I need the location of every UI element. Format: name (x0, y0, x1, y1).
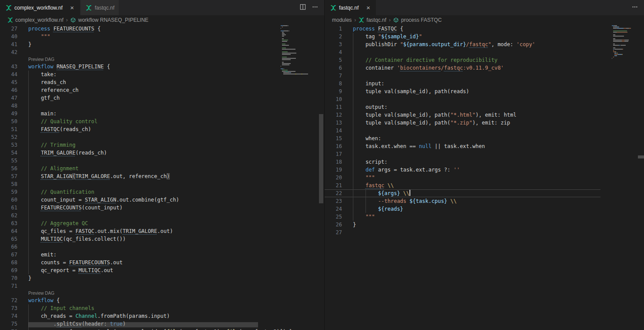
code-line[interactable]: 18 script: (325, 158, 600, 166)
more-actions-button[interactable] (631, 4, 639, 12)
code-line[interactable]: 51 FASTQC(reads_ch) (0, 125, 281, 133)
code-line[interactable]: 66 (0, 243, 281, 251)
code-line[interactable]: 23 --threads ${task.cpus} \\ (325, 197, 600, 205)
code-line[interactable]: 4 (325, 48, 600, 56)
split-editor-button[interactable] (299, 4, 307, 12)
code-line[interactable]: 16 task.ext.when == null || task.ext.whe… (325, 142, 600, 150)
token: // Quality control (28, 118, 97, 125)
breadcrumb-item[interactable]: fastqc.nf (359, 17, 386, 23)
line-number: 66 (0, 243, 17, 251)
code-line[interactable]: 11 output: (325, 103, 600, 111)
code-line[interactable]: 26} (325, 221, 600, 229)
code-line[interactable]: 10 (325, 95, 600, 103)
code-line[interactable]: 2 tag "${sample_id}" (325, 33, 600, 40)
code-line[interactable]: 60 count_input = STAR_ALIGN.out.combine(… (0, 196, 281, 204)
code-text: } (342, 221, 600, 229)
code-line[interactable]: 67 emit: (0, 251, 281, 259)
close-icon[interactable]: × (69, 4, 76, 11)
code-line[interactable]: 42 (0, 48, 281, 56)
code-line[interactable]: 5 // Container directive for reproducibi… (325, 56, 600, 64)
horizontal-scrollbar[interactable] (0, 322, 281, 330)
code-line[interactable]: 69 qc_report = MULTIQC.out (0, 266, 281, 274)
code-line[interactable]: 9 tuple val(sample_id), path(reads) (325, 88, 600, 95)
minimap[interactable] (281, 25, 318, 75)
code-line[interactable]: 27 (325, 229, 600, 236)
code-line[interactable]: 20 """ (325, 174, 600, 182)
code-line[interactable]: 1process FASTQC { (325, 25, 600, 33)
code-line[interactable]: 17 (325, 150, 600, 158)
code-line[interactable]: 52 (0, 133, 281, 141)
code-line[interactable]: 62 (0, 212, 281, 219)
line-number: 8 (325, 80, 342, 88)
code-line[interactable]: 73 // Input channels (0, 304, 281, 312)
vertical-scrollbar-thumb[interactable] (319, 114, 323, 203)
code-editor[interactable]: 27process FEATURECOUNTS {40 """41}42Prev… (0, 25, 324, 330)
breadcrumb-item[interactable]: complex_workflow.nf (7, 17, 64, 23)
line-number: 14 (325, 127, 342, 135)
code-line[interactable]: 15 when: (325, 135, 600, 142)
code-line[interactable]: 47 gtf_ch (0, 94, 281, 102)
code-line[interactable]: 57 STAR_ALIGN(TRIM_GALORE.out, reference… (0, 172, 281, 180)
minimap-token (282, 34, 286, 35)
code-line[interactable]: 59 // Quantification (0, 188, 281, 196)
breadcrumb-item[interactable]: process FASTQC (393, 17, 442, 23)
line-number: 10 (325, 95, 342, 103)
code-line[interactable]: 72workflow { (0, 296, 281, 304)
codelens-preview-dag[interactable]: Preview DAG (28, 291, 54, 296)
code-line[interactable]: 43workflow RNASEQ_PIPELINE { (0, 63, 281, 71)
tab-fastqc-nf[interactable]: fastqc.nf× (325, 0, 376, 15)
code-line[interactable]: 70} (0, 274, 281, 282)
code-editor[interactable]: 1process FASTQC {2 tag "${sample_id}"3 p… (325, 25, 644, 330)
code-line[interactable]: 12 tuple val(sample_id), path("*.html"),… (325, 111, 600, 119)
more-actions-button[interactable] (311, 4, 319, 12)
code-line[interactable]: 25 """ (325, 213, 600, 221)
code-line[interactable]: 56 // Alignment (0, 165, 281, 172)
vertical-scrollbar[interactable] (638, 25, 644, 330)
code-line[interactable]: 46 reference_ch (0, 86, 281, 94)
code-line[interactable]: 27process FEATURECOUNTS { (0, 25, 281, 33)
code-line[interactable]: 8 input: (325, 80, 600, 88)
code-text (342, 95, 600, 103)
code-line[interactable]: 55 (0, 157, 281, 165)
code-line[interactable]: 53 // Trimming (0, 141, 281, 149)
token: (count_input) (82, 205, 123, 211)
code-text: """ (17, 33, 281, 40)
close-icon[interactable]: × (365, 4, 372, 11)
breadcrumb-item[interactable]: workflow RNASEQ_PIPELINE (70, 17, 148, 23)
code-line[interactable]: 49 main: (0, 110, 281, 118)
code-line[interactable]: 63 // Aggregate QC (0, 219, 281, 227)
code-text: --threads ${task.cpus} \\ (342, 197, 600, 205)
breadcrumb-item[interactable]: modules (332, 17, 352, 23)
code-line[interactable]: 48 (0, 102, 281, 110)
code-line[interactable]: 40 """ (0, 33, 281, 40)
code-line[interactable]: 19 def args = task.ext.args ?: '' (325, 166, 600, 174)
code-line[interactable]: 71 (0, 282, 281, 290)
code-line[interactable]: 61 FEATURECOUNTS(count_input) (0, 204, 281, 212)
code-line[interactable]: 44 take: (0, 71, 281, 78)
code-line[interactable]: 41} (0, 40, 281, 48)
code-line[interactable]: 3 publishDir "${params.output_dir}/fastq… (325, 40, 600, 48)
code-line[interactable]: 68 counts = FEATURECOUNTS.out (0, 259, 281, 266)
code-line[interactable]: 64 qc_files = FASTQC.out.mix(TRIM_GALORE… (0, 227, 281, 235)
minimap[interactable] (612, 25, 638, 61)
code-line[interactable]: 21 fastqc \\ (325, 182, 600, 189)
vertical-scrollbar[interactable] (318, 25, 324, 330)
tab-complex_workflow-nf[interactable]: complex_workflow.nf× (0, 0, 80, 15)
code-line[interactable]: 58 (0, 180, 281, 188)
token: FASTQC (75, 228, 94, 234)
code-line[interactable]: 24 ${reads} (325, 205, 600, 213)
token: .out, reference_ch (110, 173, 167, 179)
code-line[interactable]: 65 MULTIQC(qc_files.collect()) (0, 235, 281, 243)
horizontal-scrollbar-thumb[interactable] (28, 322, 258, 327)
code-line[interactable]: 6 container 'biocontainers/fastqc:v0.11.… (325, 64, 600, 72)
code-line[interactable]: 74 ch_reads = Channel.fromPath(params.in… (0, 312, 281, 320)
code-line[interactable]: 50 // Quality control (0, 118, 281, 125)
code-line[interactable]: 7 (325, 72, 600, 80)
tab-fastqc-nf[interactable]: fastqc.nf (80, 0, 119, 15)
code-line[interactable]: 45 reads_ch (0, 78, 281, 86)
code-line[interactable]: 54 TRIM_GALORE(reads_ch) (0, 149, 281, 157)
code-line[interactable]: 14 (325, 127, 600, 135)
current-line[interactable]: 22 ${args} \\ (325, 189, 600, 197)
code-line[interactable]: 13 tuple val(sample_id), path("*.zip"), … (325, 119, 600, 127)
codelens-preview-dag[interactable]: Preview DAG (28, 57, 54, 62)
